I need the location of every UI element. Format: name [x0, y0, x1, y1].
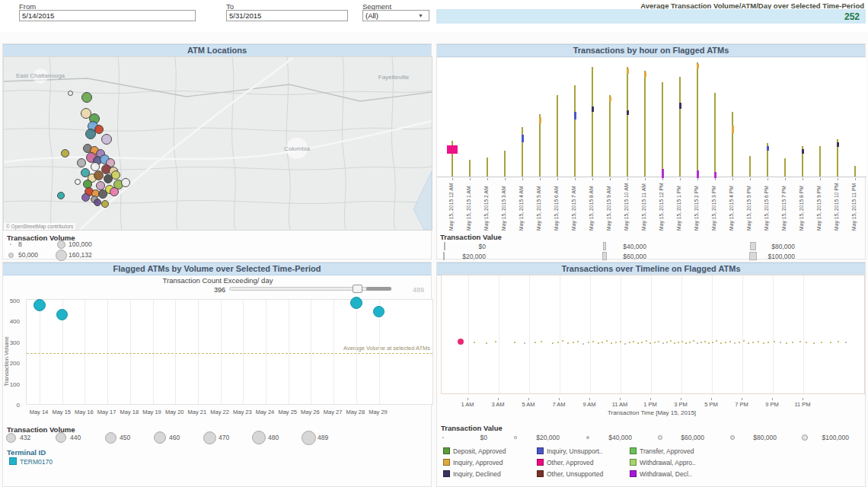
hour-bar[interactable] [732, 112, 733, 177]
transaction-type-swatch[interactable] [443, 447, 450, 454]
timeline-transaction-mark[interactable] [739, 342, 740, 343]
hour-bar-segment[interactable] [609, 97, 611, 101]
hour-bar[interactable] [679, 77, 681, 177]
atm-location-mark[interactable] [94, 170, 104, 180]
hour-bar[interactable] [469, 160, 471, 177]
hour-bar[interactable] [627, 67, 628, 177]
timeline-transaction-mark[interactable] [611, 342, 612, 344]
timeline-transaction-mark[interactable] [602, 342, 603, 343]
terminal-swatch[interactable] [9, 457, 17, 465]
timeline-size-legend-glyph[interactable] [514, 436, 516, 438]
hour-bar[interactable] [714, 93, 716, 177]
hour-bar[interactable] [504, 151, 506, 177]
timeline-size-legend-glyph[interactable] [442, 437, 444, 438]
timeline-transaction-mark[interactable] [666, 342, 668, 343]
timeline-transaction-mark[interactable] [748, 342, 749, 344]
timeline-transaction-mark[interactable] [758, 341, 759, 342]
hour-bar-segment[interactable] [522, 135, 524, 142]
hour-bar-segment[interactable] [539, 117, 541, 123]
transaction-type-swatch[interactable] [630, 470, 637, 477]
timeline-transaction-mark[interactable] [774, 341, 775, 342]
hour-bar[interactable] [662, 82, 663, 177]
hour-bar-segment[interactable] [592, 107, 594, 112]
timeline-transaction-mark[interactable] [743, 340, 745, 342]
timeline-transaction-mark[interactable] [813, 342, 815, 344]
atm-location-mark[interactable] [81, 193, 90, 202]
hour-bar[interactable] [819, 146, 821, 177]
timeline-transaction-mark[interactable] [474, 342, 475, 343]
hour-bar-segment[interactable] [447, 145, 458, 154]
map-legend-circle[interactable] [56, 250, 67, 261]
atm-location-mark[interactable] [68, 91, 73, 96]
volume-legend-circle[interactable] [56, 432, 66, 443]
hour-bar-segment[interactable] [837, 142, 839, 147]
timeline-transaction-mark[interactable] [524, 342, 525, 344]
hour-bar-segment[interactable] [574, 112, 576, 119]
slider-track[interactable] [229, 287, 391, 291]
timeline-transaction-mark[interactable] [670, 340, 672, 342]
timeline-transaction-mark[interactable] [780, 342, 781, 343]
hour-bar[interactable] [592, 67, 593, 177]
volume-legend-circle[interactable] [302, 431, 316, 445]
transaction-type-swatch[interactable] [630, 447, 637, 454]
volume-legend-circle[interactable] [203, 431, 216, 444]
timeline-transaction-mark[interactable] [845, 342, 847, 343]
volume-legend-circle[interactable] [6, 433, 16, 443]
hour-bar[interactable] [749, 156, 751, 177]
slider-handle[interactable] [353, 285, 362, 293]
volume-data-point[interactable] [34, 299, 46, 311]
timeline-size-legend-glyph[interactable] [658, 435, 662, 440]
hour-bar-segment[interactable] [662, 169, 664, 178]
transaction-type-swatch[interactable] [537, 447, 544, 454]
timeline-transaction-mark[interactable] [573, 342, 574, 343]
volume-data-point[interactable] [56, 309, 68, 320]
timeline-transaction-mark[interactable] [577, 341, 579, 342]
atm-location-mark[interactable] [85, 129, 96, 139]
timeline-transaction-mark[interactable] [734, 342, 736, 344]
timeline-transaction-mark[interactable] [821, 342, 822, 343]
hour-legend-glyph[interactable] [603, 242, 606, 250]
timeline-transaction-mark[interactable] [678, 342, 679, 343]
timeline-transaction-mark[interactable] [654, 342, 656, 343]
atm-location-mark[interactable] [121, 178, 130, 187]
timeline-transaction-mark[interactable] [763, 342, 764, 344]
timeline-transaction-mark[interactable] [598, 342, 599, 344]
hour-bar-segment[interactable] [697, 64, 699, 68]
transaction-type-swatch[interactable] [630, 459, 637, 466]
transaction-type-swatch[interactable] [443, 470, 450, 477]
timeline-transaction-mark[interactable] [567, 342, 569, 344]
timeline-transaction-mark[interactable] [689, 342, 691, 343]
timeline-transaction-mark[interactable] [674, 342, 675, 344]
hour-bar-segment[interactable] [697, 170, 699, 178]
timeline-transaction-mark[interactable] [725, 342, 726, 343]
map-legend-circle[interactable] [10, 244, 11, 245]
hour-bar[interactable] [644, 71, 646, 177]
map-canvas[interactable]: East ChattanoogaColumbiaFayetteville © O… [3, 56, 432, 231]
to-date-input[interactable] [226, 10, 348, 21]
hour-bar-segment[interactable] [627, 68, 629, 74]
atm-location-mark[interactable] [101, 134, 112, 145]
transaction-type-swatch[interactable] [443, 459, 450, 466]
volume-data-point[interactable] [373, 306, 385, 317]
timeline-transaction-mark[interactable] [633, 341, 634, 342]
timeline-transaction-mark[interactable] [767, 342, 769, 343]
timeline-transaction-mark[interactable] [514, 342, 515, 343]
timeline-transaction-mark[interactable] [838, 341, 839, 342]
atm-location-mark[interactable] [61, 149, 69, 158]
timeline-transaction-mark[interactable] [646, 340, 647, 342]
timeline-transaction-mark[interactable] [535, 342, 536, 343]
timeline-transaction-mark[interactable] [624, 343, 626, 345]
atm-location-mark[interactable] [104, 174, 113, 183]
hour-bar-segment[interactable] [767, 146, 769, 151]
timeline-transaction-mark[interactable] [786, 342, 787, 344]
timeline-transaction-mark[interactable] [792, 342, 793, 343]
hour-bar-segment[interactable] [714, 172, 716, 178]
hour-bar[interactable] [854, 166, 856, 177]
hour-bar[interactable] [557, 95, 558, 177]
from-date-input[interactable] [19, 10, 196, 21]
volume-data-point[interactable] [350, 297, 362, 309]
timeline-transaction-mark[interactable] [629, 342, 630, 343]
hour-legend-glyph[interactable] [443, 252, 445, 260]
timeline-transaction-mark[interactable] [685, 342, 687, 344]
atm-location-mark[interactable] [110, 187, 119, 196]
